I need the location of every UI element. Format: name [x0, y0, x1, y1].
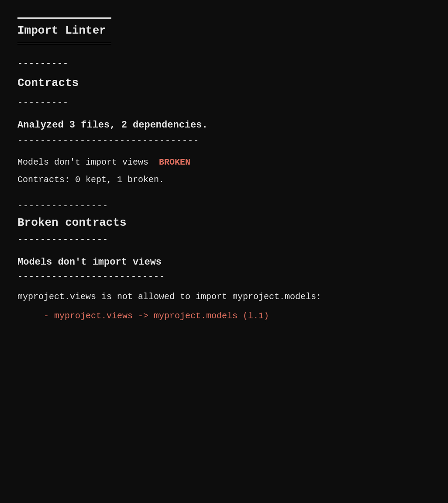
broken-contracts-section: ---------------- Broken contracts ------…: [17, 200, 431, 323]
dash-rule-long: --------------------------------: [17, 134, 431, 147]
summary-line: Contracts: 0 kept, 1 broken.: [17, 173, 431, 186]
violation-line: myproject.views is not allowed to import…: [17, 290, 431, 303]
broken-title: Broken contracts: [17, 214, 431, 231]
violation-text: myproject.views is not allowed to import…: [17, 292, 321, 302]
broken-contract-name: Models don't import views: [17, 255, 431, 269]
contract-label: Models don't import views: [17, 157, 148, 167]
analyzed-line: Analyzed 3 files, 2 dependencies.: [17, 118, 431, 132]
double-rule-top: [17, 17, 111, 19]
dash-rule-short-bottom: ---------: [17, 96, 431, 109]
contracts-title: Contracts: [17, 75, 431, 92]
header-block: Import Linter: [17, 17, 431, 44]
main-title: Import Linter: [17, 24, 106, 37]
broken-dash-bottom: ----------------: [17, 233, 431, 246]
double-rule-bottom: [17, 43, 111, 44]
dash-rule-short-top: ---------: [17, 57, 431, 70]
broken-dash-top: ----------------: [17, 200, 431, 213]
broken-badge: BROKEN: [159, 157, 190, 167]
contracts-section: --------- Contracts --------- Analyzed 3…: [17, 57, 431, 186]
contract-status-line: Models don't import views BROKEN: [17, 156, 431, 169]
dash-rule-contract: --------------------------: [17, 270, 431, 283]
import-detail: - myproject.views -> myproject.models (l…: [44, 310, 431, 323]
